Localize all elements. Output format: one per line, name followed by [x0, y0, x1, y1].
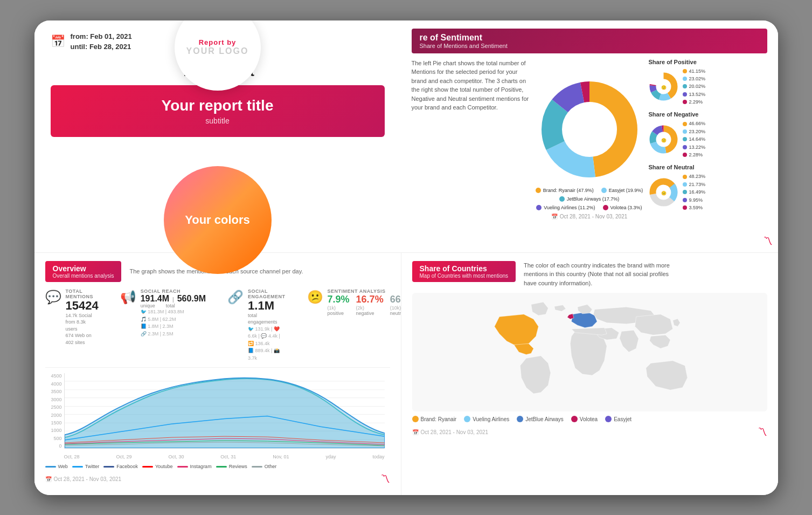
- logo-circle: Report by YOUR LOGO: [175, 20, 261, 91]
- map-legend: Brand: Ryanair Vueling Airlines JetBlue …: [412, 416, 767, 422]
- overview-subtitle: Overall mentions analysis: [53, 273, 114, 279]
- calendar-icon: 📅: [51, 35, 65, 49]
- x-axis: Oct, 28 Oct, 29 Oct, 30 Oct, 31 Nov, 01 …: [64, 454, 385, 459]
- top-right-panel: re of Sentiment Share of Mentions and Se…: [401, 20, 778, 252]
- map-legend-ryanair: Brand: Ryanair: [412, 416, 457, 422]
- legend-facebook: Facebook: [103, 464, 138, 469]
- donut-chart-area: Brand: Ryanair (47.9%) Easyjet (19.9%) J…: [536, 59, 643, 237]
- donut-legend: Brand: Ryanair (47.9%) Easyjet (19.9%) J…: [536, 188, 643, 210]
- legend-instagram: Instagram: [177, 464, 212, 469]
- overview-panel: Overview Overall mentions analysis The g…: [34, 252, 401, 495]
- legend-youtube: Youtube: [142, 464, 173, 469]
- svg-text:😐: 😐: [661, 190, 666, 196]
- countries-title: Share of Countries: [420, 264, 509, 273]
- engagement-icon: 🔗: [227, 290, 244, 305]
- y-axis: 4500 4000 3500 3000 2500 2000 1500 1000 …: [45, 373, 64, 449]
- legend-other: Other: [252, 464, 277, 469]
- world-map-container: [412, 293, 767, 411]
- colors-blob: Your colors: [164, 166, 272, 274]
- countries-marker: 〽: [758, 427, 767, 438]
- date-from: from: Feb 01, 2021: [71, 31, 132, 42]
- top-section: 📅 from: Feb 01, 2021 until: Feb 28, 2021…: [34, 20, 778, 252]
- legend-web: Web: [45, 464, 68, 469]
- mentions-chart: 4500 4000 3500 3000 2500 2000 1500 1000 …: [45, 373, 390, 459]
- legend-twitter: Twitter: [72, 464, 100, 469]
- social-reach-detail: 🐦 181.3M | 493.8M 🎵 5.8M | 62.2M 📘 1.8M …: [141, 308, 206, 338]
- bottom-section: Overview Overall mentions analysis The g…: [34, 252, 778, 495]
- social-engagement-content: SOCIAL ENGAGEMENT 1.1M total engagements…: [248, 289, 286, 362]
- sentiment-icon: 😕: [307, 290, 323, 305]
- share-negative-legend: 46.66% 23.20% 14.64% 13.22% 2.28%: [683, 120, 706, 159]
- share-negative-title: Share of Negative: [649, 111, 699, 118]
- overview-footer: 📅 Oct 28, 2021 - Nov 03, 2021 〽: [45, 473, 390, 485]
- share-positive-row: 🙂 41.15% 23.02% 20.02% 13.52% 2.29%: [649, 67, 706, 106]
- report-subtitle: subtitle: [67, 116, 369, 125]
- share-positive-title: Share of Positive: [649, 59, 697, 65]
- donut-chart-svg: [536, 75, 643, 183]
- world-map-svg: [417, 297, 763, 407]
- total-mentions-block: 💬 TOTAL MENTIONS 15424 14.7k Social from…: [45, 289, 99, 362]
- total-mentions-content: TOTAL MENTIONS 15424 14.7k Social from 8…: [66, 289, 99, 346]
- share-neutral-title: Share of Neutral: [649, 164, 695, 170]
- map-legend-easyjet: Easyjet: [605, 416, 631, 422]
- logo-text: YOUR LOGO: [186, 46, 249, 56]
- countries-panel: Share of Countries Map of Countries with…: [401, 252, 778, 495]
- overview-title: Overview: [53, 264, 114, 273]
- report-title-bar: Your report title subtitle: [51, 85, 385, 137]
- legend-volotea: Volotea (3.3%): [603, 205, 642, 210]
- mini-pie-negative: 🙁: [649, 125, 678, 154]
- social-reach-block: 📢 SOCIAL REACH 191.4M | 560.9M unique to…: [120, 289, 206, 362]
- total-mentions-sub1: 14.7k Social from 8.3k users: [66, 312, 99, 333]
- engagement-detail: 🐦 131.9k | ❤️ 6.6k | 💬 4.4k | 🔁 136.4k 📘…: [248, 326, 286, 362]
- sentiment-negative: 16.7% (2k) negative: [356, 294, 384, 316]
- sentiment-date-footer: 📅 Oct 28, 2021 - Nov 03, 2021: [551, 214, 628, 219]
- countries-footer: 📅 Oct 28, 2021 - Nov 03, 2021 〽: [412, 427, 767, 438]
- sentiment-panel-header: re of Sentiment Share of Mentions and Se…: [412, 29, 767, 53]
- mini-pie-positive: 🙂: [649, 72, 678, 101]
- share-neutral-row: 😐 48.23% 21.73% 16.49% 9.95% 3.59%: [649, 173, 706, 211]
- report-by-label: Report by: [199, 38, 237, 46]
- share-neutral-legend: 48.23% 21.73% 16.49% 9.95% 3.59%: [683, 173, 706, 211]
- sentiment-positive: 7.9% (1k) positive: [328, 294, 350, 316]
- mini-pie-neutral: 😐: [649, 177, 678, 207]
- report-title: Your report title: [67, 97, 369, 114]
- social-reach-content: SOCIAL REACH 191.4M | 560.9M unique tota…: [141, 289, 206, 338]
- screen-wrapper: 📅 from: Feb 01, 2021 until: Feb 28, 2021…: [34, 20, 778, 495]
- svg-point-5: [563, 102, 616, 156]
- share-negative-block: Share of Negative 🙁: [649, 111, 767, 159]
- share-positive-legend: 41.15% 23.02% 20.02% 13.52% 2.29%: [683, 67, 706, 106]
- social-engagement-block: 🔗 SOCIAL ENGAGEMENT 1.1M total engagemen…: [227, 289, 286, 362]
- chart-inner: [64, 373, 385, 449]
- svg-text:🙁: 🙁: [661, 138, 666, 143]
- countries-header: Share of Countries Map of Countries with…: [412, 261, 767, 288]
- share-neutral-block: Share of Neutral 😐 48.23%: [649, 164, 767, 211]
- top-left-panel: 📅 from: Feb 01, 2021 until: Feb 28, 2021…: [34, 20, 401, 252]
- countries-subtitle: Map of Countries with most mentions: [420, 273, 509, 279]
- overview-badge: Overview Overall mentions analysis: [45, 261, 122, 282]
- svg-text:🙂: 🙂: [661, 85, 666, 90]
- sentiment-description: The left Pie chart shows the total numbe…: [412, 59, 530, 237]
- share-negative-row: 🙁 46.66% 23.20% 14.64% 13.22% 2.28%: [649, 120, 706, 159]
- mini-pies-container: Share of Positive 🙂: [649, 59, 767, 237]
- reach-icon: 📢: [120, 290, 136, 305]
- overview-date-footer: 📅 Oct 28, 2021 - Nov 03, 2021: [45, 476, 122, 482]
- sentiment-panel-subtitle: Share of Mentions and Sentiment: [420, 43, 759, 49]
- chat-icon: 💬: [45, 290, 61, 305]
- mention-marker-top: 〽: [763, 236, 773, 247]
- date-lines: from: Feb 01, 2021 until: Feb 28, 2021: [71, 31, 132, 52]
- countries-description: The color of each country indicates the …: [524, 261, 675, 288]
- map-legend-vueling: Vueling Airlines: [464, 416, 509, 422]
- share-positive-block: Share of Positive 🙂: [649, 59, 767, 106]
- legend-reviews: Reviews: [216, 464, 247, 469]
- date-until: until: Feb 28, 2021: [71, 42, 132, 52]
- legend-jetblue: JetBlue Airways (17.7%): [559, 196, 620, 202]
- legend-ryanair: Brand: Ryanair (47.9%): [536, 188, 594, 193]
- chart-legend: Web Twitter Facebook Youtube Instagram: [45, 464, 390, 469]
- map-legend-volotea: Volotea: [571, 416, 598, 422]
- legend-vueling: Vueling Airlines (11.2%): [536, 205, 595, 210]
- sentiment-panel-title: re of Sentiment: [420, 33, 759, 43]
- countries-date-footer: 📅 Oct 28, 2021 - Nov 03, 2021: [412, 429, 489, 435]
- chart-svg: [65, 373, 385, 448]
- total-mentions-sub2: 674 Web on 402 sites: [66, 332, 99, 346]
- map-legend-jetblue: JetBlue Airways: [517, 416, 564, 422]
